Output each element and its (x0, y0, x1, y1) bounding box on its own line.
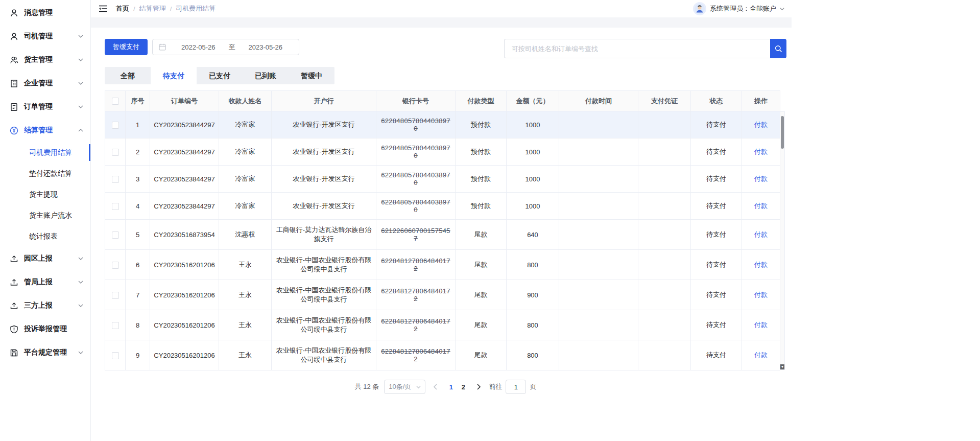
status: 待支付 (691, 280, 742, 310)
sidebar-item[interactable]: 结算管理 (0, 119, 90, 142)
pay-action-link[interactable]: 付款 (754, 291, 768, 298)
sidebar-item[interactable]: 司机管理 (0, 25, 90, 48)
tab-item[interactable]: 全部 (105, 67, 151, 84)
row-checkbox[interactable] (112, 203, 119, 210)
amount: 1000 (507, 138, 559, 166)
sidebar-item[interactable]: 订单管理 (0, 95, 90, 119)
payment-type: 预付款 (456, 111, 507, 138)
pay-action-link[interactable]: 付款 (754, 351, 768, 359)
goto-unit: 页 (530, 382, 536, 391)
column-header: 操作 (742, 91, 780, 111)
sidebar-item[interactable]: 管局上报 (0, 270, 90, 294)
sidebar-subitem[interactable]: 统计报表 (0, 226, 90, 247)
row-checkbox[interactable] (112, 292, 119, 299)
select-all-checkbox[interactable] (112, 98, 119, 105)
prev-page-button[interactable] (431, 382, 440, 392)
sidebar-subitem[interactable]: 货主账户流水 (0, 205, 90, 226)
row-checkbox[interactable] (112, 149, 119, 156)
sidebar-item-label: 订单管理 (24, 102, 53, 111)
app-root: 消息管理司机管理货主管理企业管理订单管理结算管理司机费用结算垫付还款结算货主提现… (0, 0, 792, 441)
tab-active[interactable]: 待支付 (151, 67, 197, 84)
payment-time (559, 138, 638, 166)
date-start-value[interactable]: 2022-05-26 (171, 43, 226, 51)
row-index: 8 (126, 310, 150, 340)
amount: 800 (507, 310, 559, 340)
pay-action-link[interactable]: 付款 (754, 261, 768, 268)
breadcrumb-separator: / (133, 5, 135, 13)
tab-item[interactable]: 暂缓中 (289, 67, 334, 84)
row-checkbox[interactable] (112, 322, 119, 329)
sidebar-item-label: 三方上报 (24, 301, 53, 310)
sidebar-item[interactable]: 三方上报 (0, 294, 90, 317)
pay-action-link[interactable]: 付款 (754, 321, 768, 329)
page-number[interactable]: 2 (457, 383, 469, 391)
table-row: 9CY20230516201206王永农业银行-中国农业银行股份有限公司绥中县支… (105, 340, 780, 370)
sidebar-item[interactable]: 园区上报 (0, 247, 90, 270)
scrollbar-thumb[interactable] (781, 116, 784, 149)
tab-item[interactable]: 已支付 (197, 67, 243, 84)
chevron-down-icon (78, 104, 83, 109)
payee-name: 冷富家 (219, 111, 272, 138)
row-checkbox[interactable] (112, 352, 119, 359)
sidebar-item[interactable]: 货主管理 (0, 48, 90, 72)
table-scrollbar[interactable]: ▼ (780, 111, 785, 370)
row-index: 5 (126, 220, 150, 250)
chevron-down-icon (78, 57, 83, 62)
payment-type: 尾款 (456, 250, 507, 280)
pay-action-link[interactable]: 付款 (754, 121, 768, 128)
payee-name: 王永 (219, 250, 272, 280)
pay-action-link[interactable]: 付款 (754, 230, 768, 238)
pause-payment-button[interactable]: 暂缓支付 (105, 39, 148, 55)
row-checkbox[interactable] (112, 122, 119, 129)
next-page-button[interactable] (474, 382, 484, 392)
sidebar-subitem[interactable]: 垫付还款结算 (0, 163, 90, 184)
payment-time (559, 166, 638, 193)
amount: 800 (507, 250, 559, 280)
breadcrumb-settlement[interactable]: 结算管理 (139, 4, 166, 13)
row-checkbox[interactable] (112, 262, 119, 269)
status: 待支付 (691, 166, 742, 193)
column-header: 银行卡号 (376, 91, 456, 111)
date-range-picker[interactable]: 2022-05-26 至 2023-05-26 (152, 39, 299, 55)
pay-action-link[interactable]: 付款 (754, 148, 768, 155)
pay-action-link[interactable]: 付款 (754, 202, 768, 210)
sidebar-subitem[interactable]: 司机费用结算 (0, 142, 90, 163)
date-end-value[interactable]: 2023-05-26 (238, 43, 293, 51)
page-size-select[interactable]: 10条/页 (384, 380, 425, 394)
topbar: 首页 / 结算管理 / 司机费用结算 系统管理员：全能账户 (91, 0, 792, 17)
sidebar-item-label: 结算管理 (24, 126, 53, 135)
goto-page-input[interactable] (506, 380, 526, 394)
sidebar: 消息管理司机管理货主管理企业管理订单管理结算管理司机费用结算垫付还款结算货主提现… (0, 0, 91, 441)
amount: 640 (507, 220, 559, 250)
search-button[interactable] (770, 39, 786, 58)
platform-rules-icon (10, 349, 18, 357)
sidebar-subitem[interactable]: 货主提现 (0, 184, 90, 205)
row-checkbox[interactable] (112, 231, 119, 239)
table-header-row: 序号订单编号收款人姓名开户行银行卡号付款类型金额（元）付款时间支付凭证状态操作 (105, 91, 780, 111)
payment-time (559, 280, 638, 310)
user-menu[interactable]: 系统管理员：全能账户 (693, 2, 784, 15)
sidebar-item[interactable]: 企业管理 (0, 72, 90, 95)
toolbar: 暂缓支付 2022-05-26 至 2023-05-26 (105, 39, 786, 58)
bank-card-number: 6228481278064840172 (381, 317, 450, 333)
page-number[interactable]: 1 (445, 383, 457, 391)
collapse-menu-icon[interactable] (99, 5, 108, 13)
order-number: CY20230516201206 (150, 280, 219, 310)
bank-card-number: 6212260607001575457 (381, 227, 450, 242)
search-input[interactable] (504, 39, 770, 58)
settlement-icon (10, 126, 18, 135)
sidebar-item[interactable]: 平台规定管理 (0, 341, 90, 364)
bank-name: 农业银行-中国农业银行股份有限公司绥中县支行 (272, 310, 376, 340)
sidebar-item-label: 司机管理 (24, 32, 53, 41)
row-checkbox[interactable] (112, 176, 119, 183)
sidebar-item[interactable]: 消息管理 (0, 1, 90, 25)
bureau-report-icon (10, 278, 18, 287)
breadcrumb-home[interactable]: 首页 (116, 4, 129, 13)
pay-action-link[interactable]: 付款 (754, 175, 768, 182)
sidebar-item[interactable]: 投诉举报管理 (0, 317, 90, 341)
scrollbar-down-arrow[interactable]: ▼ (780, 364, 784, 369)
order-number: CY20230523844297 (150, 138, 219, 166)
tab-item[interactable]: 已到账 (243, 67, 289, 84)
payee-name: 冷富家 (219, 166, 272, 193)
payment-voucher (638, 280, 691, 310)
